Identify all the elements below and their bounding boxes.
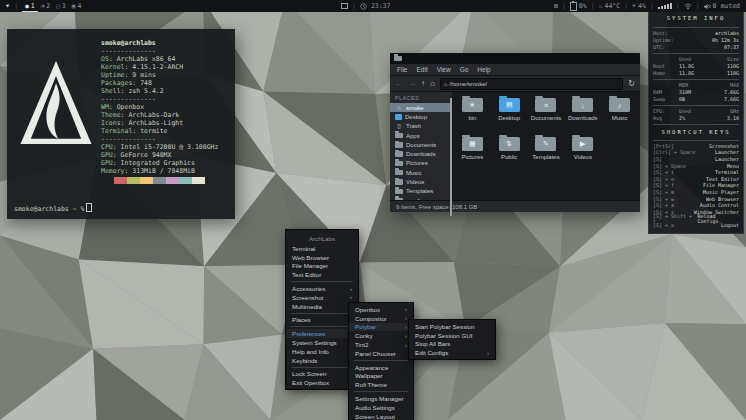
folder-icon: ▶ xyxy=(572,137,593,151)
place-documents[interactable]: Documents xyxy=(390,140,452,149)
menu-item-compositor[interactable]: Compositor› xyxy=(349,314,413,323)
terminal-prompt[interactable]: smoke@archlabs ~ % xyxy=(14,203,92,213)
bar xyxy=(664,5,666,9)
folder-label: Music xyxy=(612,115,628,121)
menu-item-label: Compositor xyxy=(355,315,387,322)
workspace-4[interactable]: ▣4 xyxy=(69,0,85,12)
menu-item-web-browser[interactable]: Web Browser xyxy=(286,253,358,262)
place-music[interactable]: Music xyxy=(390,168,452,177)
menu-item-rofi-theme[interactable]: Rofi Theme xyxy=(349,380,413,389)
up-button[interactable]: ↑ xyxy=(421,80,425,88)
place-templates[interactable]: Templates xyxy=(390,187,452,196)
submenu-arrow-icon: › xyxy=(487,350,489,356)
menu-item-openbox[interactable]: Openbox› xyxy=(349,305,413,314)
menu-item-label: Polybar xyxy=(355,323,376,330)
place-trash[interactable]: ▯Trash xyxy=(390,122,452,131)
workspace-2[interactable]: ◔2 xyxy=(38,0,54,12)
info-label: GPU xyxy=(101,151,113,159)
folder-public[interactable]: ⇅Public xyxy=(491,134,528,173)
status-text: 0% xyxy=(579,2,587,10)
folder-documents[interactable]: ≡Documents xyxy=(528,95,565,134)
terminal-window[interactable]: smoke@archlabs--------------OS: ArchLabs… xyxy=(7,29,235,219)
menu-item-start-polybar-session[interactable]: Start Polybar Session xyxy=(409,322,495,331)
shortcut-music-player: [S] + mMusic Player xyxy=(653,189,739,196)
menubar-item-file[interactable]: File xyxy=(397,66,407,73)
status-wifi[interactable] xyxy=(684,3,692,10)
info-value: : termite xyxy=(132,127,167,135)
place-pictures[interactable]: Pictures xyxy=(390,159,452,168)
col-label: CPU: xyxy=(653,109,679,114)
menubar-item-edit[interactable]: Edit xyxy=(416,66,427,73)
workspace-3[interactable]: ▢3 xyxy=(53,0,69,12)
col-label: GHz xyxy=(730,109,739,114)
folder-icon xyxy=(395,161,403,167)
status-grid[interactable]: ⊞ xyxy=(554,2,558,10)
shortcut-action: Menu xyxy=(727,164,739,169)
menu-item-accessories[interactable]: Accessories› xyxy=(286,284,358,293)
color-swatch xyxy=(127,177,140,184)
folder-videos[interactable]: ▶Videos xyxy=(564,134,601,173)
utc-row: UTC: 07:37 xyxy=(653,44,739,51)
menu-item-panel-chooser[interactable]: Panel Chooser xyxy=(349,349,413,358)
status-brightness[interactable]: ☀4% xyxy=(632,2,646,10)
menu-item-tint2[interactable]: Tint2› xyxy=(349,340,413,349)
folder-icon xyxy=(395,151,403,157)
menu-item-terminal[interactable]: Terminal xyxy=(286,244,358,253)
menu-item-polybar-session-gui[interactable]: Polybar Session GUI xyxy=(409,331,495,340)
clock[interactable]: 23:37 xyxy=(371,2,391,10)
divider xyxy=(653,79,739,80)
place-videos[interactable]: Videos xyxy=(390,177,452,186)
place-smoke[interactable]: ⌂smoke xyxy=(390,103,452,112)
menu-item-appearance[interactable]: Appearance xyxy=(349,363,413,372)
forward-button[interactable]: → xyxy=(408,80,416,88)
menu-item-label: Edit Configs xyxy=(415,349,448,356)
menubar-item-go[interactable]: Go xyxy=(460,66,469,73)
menu-item-stop-all-bars[interactable]: Stop All Bars xyxy=(409,340,495,349)
refresh-button[interactable]: ↻ xyxy=(628,80,635,88)
clock-icon xyxy=(360,3,367,10)
menu-item-polybar[interactable]: Polybar› xyxy=(349,323,413,332)
neofetch-line: CPU: Intel i5-7200U @ 3.100GHz xyxy=(101,143,218,151)
menu-item-audio-settings[interactable]: Audio Settings xyxy=(349,403,413,412)
workspace-label: 4 xyxy=(77,0,81,12)
menu-item-screen-layout[interactable]: Screen Layout xyxy=(349,412,413,420)
status-battery[interactable]: 0% xyxy=(570,2,587,11)
folder-bin[interactable]: ∗bin xyxy=(454,95,491,134)
place-downloads[interactable]: Downloads xyxy=(390,149,452,158)
cpu-row: Avg2%3.10 xyxy=(653,115,739,122)
folder-templates[interactable]: ✎Templates xyxy=(528,134,565,173)
folder-music[interactable]: ♪Music xyxy=(601,95,638,134)
menubar-item-help[interactable]: Help xyxy=(477,66,490,73)
cpu-header: CPU:UsedGHz xyxy=(653,108,739,115)
place-apps[interactable]: Apps xyxy=(390,131,452,140)
place-desktop[interactable]: Desktop xyxy=(390,112,452,121)
window-icon[interactable] xyxy=(341,3,348,9)
status-signal-bars[interactable] xyxy=(658,3,672,9)
menu-item-text-editor[interactable]: Text Editor xyxy=(286,270,358,279)
menu-item-label: Start Polybar Session xyxy=(415,323,475,330)
folder-pictures[interactable]: ▦Pictures xyxy=(454,134,491,173)
menu-item-screenshot[interactable]: Screenshot› xyxy=(286,293,358,302)
menubar-item-view[interactable]: View xyxy=(437,66,451,73)
back-button[interactable]: ← xyxy=(395,80,403,88)
status-volume-muted[interactable]: 0 muted xyxy=(704,2,740,10)
menu-item-conky[interactable]: Conky› xyxy=(349,331,413,340)
path-bar[interactable]: ⌂ /home/smoke/ xyxy=(440,78,623,90)
workspace-1[interactable]: ●1 xyxy=(22,0,38,12)
terminal-color-palette xyxy=(101,177,205,184)
file-manager-titlebar[interactable] xyxy=(390,53,640,64)
disk-row: Root11.8G110G xyxy=(653,63,739,70)
menu-item-wallpaper[interactable]: Wallpaper xyxy=(349,372,413,381)
status-temperature[interactable]: ♨44°C xyxy=(599,2,621,10)
system-info-title: SYSTEM INFO xyxy=(653,13,739,25)
home-button[interactable]: ⌂ xyxy=(430,80,435,88)
topbar-status: ⊞|0%|♨44°C|☀4%|||0 muted xyxy=(554,2,740,11)
menu-item-edit-configs[interactable]: Edit Configs› xyxy=(409,348,495,357)
folder-icon xyxy=(395,142,403,148)
sidebar-scrollbar[interactable] xyxy=(450,98,453,216)
menu-item-file-manager[interactable]: File Manager xyxy=(286,262,358,271)
menu-item-settings-manager[interactable]: Settings Manager xyxy=(349,394,413,403)
folder-downloads[interactable]: ↓Downloads xyxy=(564,95,601,134)
folder-desktop[interactable]: ▤Desktop xyxy=(491,95,528,134)
launcher-icon[interactable]: ➤ xyxy=(4,2,12,11)
